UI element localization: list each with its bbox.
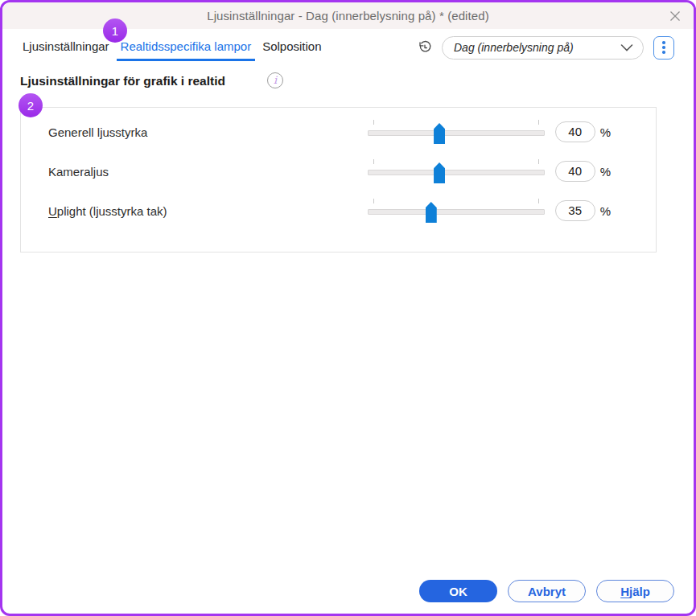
close-icon [669, 10, 682, 23]
unit-label: % [600, 125, 611, 139]
tab-realtidsspecifika-lampor[interactable]: Realtidsspecifika lampor [117, 34, 256, 61]
annotation-badge-2: 2 [19, 93, 43, 117]
preset-dropdown-value: Dag (innerbelysning på) [454, 41, 620, 54]
unit-label: % [600, 204, 611, 218]
info-icon[interactable]: i [267, 72, 283, 88]
slider-tick-min [373, 159, 374, 164]
slider-thumb[interactable] [434, 162, 445, 183]
slider-thumb[interactable] [434, 123, 445, 144]
chevron-down-icon [620, 44, 633, 51]
slider-thumb[interactable] [426, 202, 437, 223]
tab-solposition[interactable]: Solposition [258, 34, 325, 61]
slider-label: Uplight (ljusstyrka tak) [48, 204, 368, 218]
unit-label: % [600, 165, 611, 179]
slider-track[interactable] [368, 170, 545, 175]
light-settings-dialog: Ljusinställningar - Dag (innerbelysning … [0, 0, 696, 616]
slider-tick-max [538, 199, 539, 203]
close-button[interactable] [666, 7, 684, 25]
slider-track[interactable] [368, 209, 545, 215]
general-brightness-slider[interactable] [368, 120, 545, 144]
slider-tick-max [538, 120, 539, 125]
slider-row-uplight: Uplight (ljusstyrka tak) 35 % [48, 199, 611, 223]
section-heading-row: Ljusinställningar för grafik i realtid i [2, 72, 694, 90]
uplight-slider[interactable] [368, 199, 545, 223]
footer-buttons: OK Avbryt Hjälp [419, 580, 674, 602]
toolbar-controls: Dag (innerbelysning på) [418, 34, 674, 61]
slider-track[interactable] [368, 130, 545, 136]
annotation-badge-1: 1 [103, 18, 127, 43]
history-button[interactable] [418, 40, 432, 55]
section-heading: Ljusinställningar för grafik i realtid [20, 74, 225, 88]
more-options-button[interactable] [653, 36, 674, 60]
slider-value-field[interactable]: 40 [555, 121, 595, 142]
slider-tick-max [538, 159, 539, 164]
tab-ljusinstallningar[interactable]: Ljusinställningar [19, 34, 113, 61]
slider-tick-min [373, 199, 374, 203]
help-button[interactable]: Hjälp [596, 580, 674, 602]
slider-label: Generell ljusstyrka [48, 125, 368, 139]
dialog-title: Ljusinställningar - Dag (innerbelysning … [207, 9, 489, 23]
history-restore-icon [418, 40, 432, 55]
ok-button[interactable]: OK [419, 580, 497, 602]
cancel-button[interactable]: Avbryt [508, 580, 586, 602]
slider-row-general-brightness: Generell ljusstyrka 40 % [48, 120, 611, 144]
slider-value-field[interactable]: 35 [555, 200, 595, 221]
preset-dropdown[interactable]: Dag (innerbelysning på) [442, 36, 644, 60]
realtime-light-panel: Generell ljusstyrka 40 % Kameraljus 40 %… [20, 107, 657, 253]
slider-value-field[interactable]: 40 [555, 161, 595, 182]
camera-light-slider[interactable] [368, 159, 545, 183]
slider-row-camera-light: Kameraljus 40 % [48, 159, 611, 183]
kebab-dots-icon [662, 41, 665, 54]
slider-tick-min [373, 120, 374, 125]
slider-label: Kameraljus [48, 165, 368, 179]
